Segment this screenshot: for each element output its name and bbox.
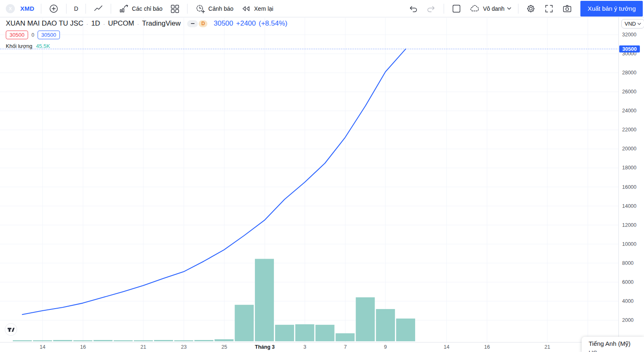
interval-button[interactable]: D: [70, 2, 82, 16]
time-tick: 25: [221, 344, 227, 350]
dot-separator: ·: [103, 20, 105, 27]
price-tick: 2000: [622, 317, 634, 323]
layout-select-button[interactable]: [447, 2, 466, 16]
toolbar-divider: [518, 4, 518, 14]
chart-pane[interactable]: XUAN MAI DAO TU JSC · 1D · UPCOM · Tradi…: [0, 17, 618, 342]
dot-separator: ·: [86, 20, 88, 27]
price-tick: 20000: [622, 145, 637, 152]
price-tick: 16000: [622, 184, 637, 190]
gear-icon: [525, 3, 537, 14]
fullscreen-icon: [543, 3, 555, 14]
legend-change: +2400: [236, 19, 256, 28]
volume-label[interactable]: Khối lượng: [6, 43, 32, 49]
time-tick: 23: [181, 344, 187, 350]
tradingview-logo[interactable]: [5, 323, 17, 338]
toolbar-divider: [41, 4, 41, 14]
price-tick: 18000: [622, 164, 637, 171]
anonymous-label: Vô danh: [483, 5, 504, 12]
tradingview-app: X XMD D Các: [0, 0, 644, 352]
price-tick: 12000: [622, 222, 637, 228]
price-tick: 8000: [622, 260, 634, 266]
replay-button[interactable]: Xem lại: [237, 2, 277, 16]
language-popup[interactable]: Tiếng Anh (Mỹ) US: [582, 337, 644, 352]
chart-legend: XUAN MAI DAO TU JSC · 1D · UPCOM · Tradi…: [6, 19, 288, 49]
fullscreen-button[interactable]: [540, 2, 558, 16]
alert-button[interactable]: Cảnh báo: [191, 2, 237, 16]
indicators-label: Các chỉ báo: [132, 5, 162, 12]
line-chart-style-icon: [93, 3, 104, 14]
volume-row: Khối lượng 45.5K: [6, 43, 288, 49]
legend-interval[interactable]: 1D: [91, 19, 100, 28]
time-tick: 21: [140, 344, 146, 350]
indicator-templates-button[interactable]: [166, 2, 184, 16]
toolbar-divider: [111, 4, 111, 14]
bid-ask-row: 30500 0 30500: [6, 31, 288, 39]
price-tick: 14000: [622, 203, 637, 209]
redo-icon: [425, 3, 437, 14]
undo-icon: [407, 3, 419, 14]
undo-button[interactable]: [404, 2, 422, 16]
price-tick: 24000: [622, 107, 637, 114]
price-tick: 6000: [622, 279, 634, 285]
chart-style-button[interactable]: [89, 2, 107, 16]
legend-price-group: 30500 +2400 (+8.54%): [214, 19, 287, 28]
symbol-name: XMD: [20, 5, 34, 12]
language-option-primary[interactable]: Tiếng Anh (Mỹ): [589, 340, 644, 347]
time-tick: 16: [80, 344, 86, 350]
interval-badge[interactable]: D: [199, 20, 207, 27]
screenshot-button[interactable]: [558, 2, 576, 16]
currency-label: VND: [625, 21, 636, 27]
cloud-icon: [469, 3, 480, 14]
indicators-icon: [118, 3, 129, 14]
currency-selector[interactable]: VND: [621, 19, 644, 29]
symbol-title[interactable]: XUAN MAI DAO TU JSC: [6, 19, 83, 28]
time-tick: 7: [344, 344, 347, 350]
time-tick: 9: [384, 344, 387, 350]
buy-price-button[interactable]: 30500: [38, 31, 60, 39]
legend-exchange[interactable]: UPCOM: [108, 19, 134, 28]
price-tick: 32000: [622, 31, 637, 38]
legend-change-pct: (+8.54%): [259, 19, 287, 28]
price-axis[interactable]: VND 320003000028000260002400022000200001…: [618, 17, 644, 342]
camera-icon: [561, 3, 573, 14]
grid-templates-icon: [169, 3, 181, 14]
sell-price-button[interactable]: 30500: [6, 31, 28, 39]
legend-pills: D: [187, 20, 207, 27]
price-tick: 4000: [622, 298, 634, 304]
settings-button[interactable]: [522, 2, 540, 16]
legend-last-price: 30500: [214, 19, 233, 28]
toolbar-divider: [187, 4, 188, 14]
legend-brand[interactable]: TradingView: [142, 19, 181, 28]
single-layout-icon: [451, 3, 462, 14]
time-axis[interactable]: 1416212325Tháng 3379141621: [0, 342, 644, 352]
chevron-down-icon: [507, 7, 511, 10]
hide-series-button[interactable]: [187, 20, 198, 27]
top-toolbar: X XMD D Các: [0, 0, 644, 17]
time-tick: 14: [40, 344, 45, 350]
alert-label: Cảnh báo: [208, 5, 233, 12]
alarm-clock-plus-icon: [194, 3, 206, 14]
legend-title-row: XUAN MAI DAO TU JSC · 1D · UPCOM · Tradi…: [6, 19, 288, 28]
minus-icon: [191, 23, 195, 24]
time-tick: 16: [484, 344, 490, 350]
cloud-save-anonymous-button[interactable]: Vô danh: [466, 2, 515, 16]
toolbar-divider: [444, 4, 444, 14]
compare-add-button[interactable]: [45, 2, 63, 16]
publish-idea-button[interactable]: Xuất bản ý tưởng: [580, 1, 643, 17]
toolbar-divider: [66, 4, 67, 14]
symbol-search-button[interactable]: X XMD: [5, 2, 38, 16]
chevron-down-icon: [637, 23, 641, 25]
dot-separator: ·: [137, 20, 139, 27]
price-tick: 26000: [622, 88, 637, 95]
rewind-icon: [240, 3, 252, 14]
time-tick: 14: [444, 344, 449, 350]
indicators-button[interactable]: Các chỉ báo: [114, 2, 166, 16]
spread-value: 0: [31, 32, 34, 38]
price-volume-chart[interactable]: [0, 17, 618, 342]
redo-button[interactable]: [422, 2, 440, 16]
symbol-avatar-icon: X: [6, 4, 15, 13]
last-price-tag: 30500: [619, 45, 640, 52]
language-option-secondary[interactable]: US: [589, 349, 644, 352]
price-tick: 10000: [622, 241, 637, 247]
time-tick: 3: [304, 344, 307, 350]
